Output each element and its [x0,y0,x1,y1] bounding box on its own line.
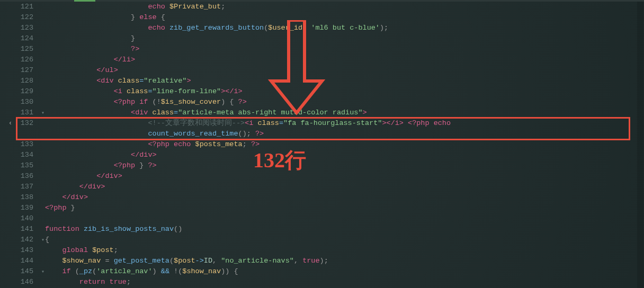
token-tag: </ [96,66,105,74]
line-number: 133 [0,139,33,150]
code-line[interactable]: } else { [45,12,642,23]
token-var: $posts_meta [195,140,243,148]
code-editor[interactable]: 1211221231241251261271281291301311321331… [0,2,644,288]
token-tag: div [71,193,84,201]
line-number: 143 [0,245,33,256]
token-tag: <? [114,98,122,106]
token-str: "fa fa-hourglass-start" [283,119,382,127]
code-line[interactable]: </ul> [45,65,642,76]
token-tag: i [118,87,127,95]
line-number: 121 [0,2,33,12]
token-tag: <? [114,161,122,169]
token-str: "line-form-line" [153,87,221,95]
token-pun: { [157,13,165,21]
code-line[interactable]: </div> [45,192,642,203]
code-line[interactable]: </div> [45,150,642,160]
line-number: 138 [0,192,33,203]
token-tag: </ [96,172,105,180]
token-var: $Private_but [169,3,221,11]
token-tag: div [105,172,118,180]
token-op: = [148,87,152,95]
code-line[interactable]: <i class="line-form-line"></i> [45,86,642,97]
code-line[interactable]: <?php echo $posts_meta; ?> [45,139,642,150]
code-line[interactable]: ?> [45,44,642,55]
code-line[interactable]: if (_pz('article_nav') && !($show_nav)) … [45,266,642,277]
vertical-scrollbar[interactable] [637,2,643,288]
code-line[interactable]: { [45,235,642,245]
code-line[interactable]: </div> [45,171,642,182]
code-line[interactable]: <?php } [45,203,642,213]
code-line[interactable]: <?php if (!$is_show_cover) { ?> [45,97,642,107]
token-tag: </ [131,151,139,159]
line-number: 127 [0,65,33,76]
code-line[interactable]: </li> [45,55,642,65]
fold-chevron-icon[interactable]: ▾ [41,237,47,243]
token-pun: !( [169,267,182,275]
token-key: true [302,257,319,265]
token-var: $show_nav [62,257,101,265]
token-str: "no_article-navs" [221,257,294,265]
code-line[interactable]: <div class="article-meta abs-right muted… [45,107,642,118]
token-var: $user_id [268,24,302,32]
token-key: echo [148,3,169,11]
line-number: 132 [0,118,33,129]
token-pun: )) { [221,267,238,275]
token-str: "article-meta abs-right muted-color radi… [178,109,362,116]
token-key: if [139,98,152,106]
token-tag: <? [148,140,156,148]
token-op: = [279,119,283,127]
token-key: php [53,204,70,212]
token-tag: ?> [255,130,264,138]
code-area[interactable]: echo $Private_but; } else { echo zib_get… [45,2,642,288]
code-line[interactable]: <div class="relative"> [45,76,642,86]
token-pun: , [294,257,302,265]
code-line[interactable]: </div> [45,182,642,192]
line-number: 137 [0,182,33,192]
token-key: php [122,98,139,106]
token-tag: div [135,109,152,116]
token-tag: > [131,56,135,64]
token-pun: , [302,24,311,32]
token-tag: div [101,77,118,85]
token-pun: ( [75,267,79,275]
token-key: else [139,13,156,21]
token-tag: li [122,56,131,64]
token-fn: zib_is_show_posts_nav [84,225,174,233]
code-line[interactable]: function zib_is_show_posts_nav() [45,224,642,235]
code-line[interactable]: echo zib_get_rewards_button($user_id, 'm… [45,23,642,33]
token-key: if [62,267,75,275]
line-number: 135 [0,160,33,171]
fold-chevron-icon[interactable]: ▾ [41,268,47,275]
token-key: echo [148,24,169,32]
token-pun: ) { [221,98,238,106]
code-line[interactable]: $show_nav = get_post_meta($post->ID, "no… [45,256,642,266]
token-tag: </ [114,56,122,64]
token-fn: get_post_meta [114,257,169,265]
line-number-gutter[interactable]: 1211221231241251261271281291301311321331… [0,2,40,288]
code-line[interactable]: echo $Private_but; [45,2,642,12]
token-str: 'ml6 but c-blue' [311,24,380,32]
token-key: php [157,140,174,148]
token-pun: ; [243,140,251,148]
token-var: class [118,77,140,85]
code-line[interactable]: <?php } ?> [45,160,642,171]
code-line[interactable]: } [45,33,642,44]
token-tag: > [114,66,118,74]
token-tag: i [234,87,238,95]
token-tag: > [238,87,243,95]
code-line[interactable]: global $post; [45,245,642,256]
token-tag: ></ [221,87,234,95]
token-w: ID [204,257,212,265]
code-line[interactable]: return true; [45,277,642,287]
code-line[interactable] [45,213,642,224]
code-line[interactable]: <!--文章字数和阅读时间--><i class="fa fa-hourglas… [45,118,642,129]
line-number: 145 [0,266,33,277]
token-str: "relative" [144,77,186,85]
token-var: class [257,119,279,127]
token-str: 'article_nav' [96,267,152,275]
line-number: 124 [0,33,33,44]
line-number: 130 [0,97,33,107]
fold-chevron-icon[interactable]: ▾ [41,110,47,116]
code-line[interactable]: count_words_read_time(); ?> [45,129,642,139]
token-tag: > [84,193,88,201]
